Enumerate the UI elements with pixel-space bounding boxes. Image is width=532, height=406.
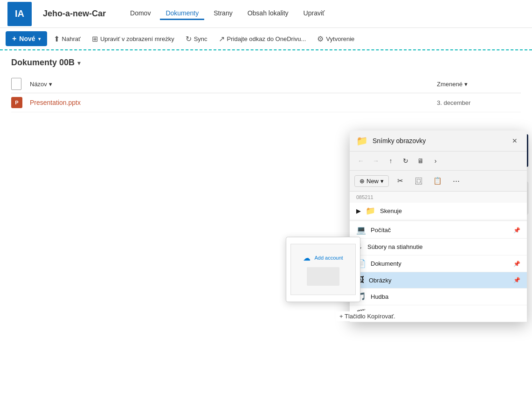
- name-col-header[interactable]: Názov ▾: [30, 81, 437, 88]
- explorer-title: Snímky obrazovky: [373, 137, 504, 145]
- pin-icon: 📌: [513, 227, 520, 234]
- onedrive-icon: ↗: [219, 34, 225, 43]
- explorer-titlebar: 📁 Snímky obrazovky ✕: [350, 131, 527, 151]
- plus-icon: ⊕: [359, 178, 365, 185]
- onedrive-button[interactable]: ↗ Pridajte odkaz do OneDrivu...: [214, 32, 311, 46]
- expand-button[interactable]: ›: [429, 154, 442, 167]
- nav-upravit[interactable]: Upraviť: [298, 7, 331, 20]
- file-list: Názov ▾ Zmenené ▾ P Presentation.pptx 3.…: [11, 75, 521, 112]
- table-row: P Presentation.pptx 3. december: [11, 93, 521, 112]
- monitor-button[interactable]: 🖥: [414, 154, 427, 167]
- modified-sort-icon: ▾: [464, 81, 468, 88]
- sync-button[interactable]: ↻ Sync: [181, 32, 212, 46]
- chevron-right-icon: ▶: [356, 207, 361, 214]
- sync-icon: ↻: [186, 34, 192, 43]
- explorer-body: 085211 ▶ 📁 Skenuje 💻 Počítač 📌 ⬇ Súbory …: [350, 192, 527, 322]
- explorer-new-button[interactable]: ⊕ New ▾: [354, 175, 389, 187]
- more-button[interactable]: ⋯: [449, 173, 463, 188]
- plus-icon: +: [12, 34, 16, 43]
- chevron-down-icon: ▾: [380, 178, 384, 185]
- nav-strany[interactable]: Strany: [208, 7, 238, 20]
- tree-item-hudba[interactable]: 🎵 Hudba: [350, 289, 527, 305]
- nav-links: Domov Dokumenty Strany Obsah lokality Up…: [124, 7, 330, 20]
- icon-col-header: [11, 78, 30, 90]
- upload-icon: ⬆: [54, 34, 60, 43]
- nav-domov[interactable]: Domov: [124, 7, 156, 20]
- modified-col-header[interactable]: Zmenené ▾: [437, 81, 521, 88]
- top-nav: IA Jeho-a-new-Car Domov Dokumenty Strany…: [0, 0, 532, 28]
- tree-item-pocitac[interactable]: 💻 Počítač 📌: [350, 222, 527, 239]
- grid-icon: ⊞: [92, 34, 98, 43]
- edit-grid-label: Upraviť v zobrazení mreżky: [100, 35, 174, 42]
- nav-dokumenty[interactable]: Dokumenty: [160, 7, 204, 20]
- create-label: Vytvorenie: [326, 35, 354, 42]
- upload-label: Nahrať: [62, 35, 81, 42]
- copy-tooltip-text: + Tlačidlo Kopírovať.: [339, 313, 395, 320]
- file-name[interactable]: Presentation.pptx: [30, 99, 437, 106]
- file-icon-cell: P: [11, 97, 30, 108]
- upload-button[interactable]: ⬆ Nahrať: [49, 32, 85, 46]
- chevron-down-icon: ▾: [38, 36, 41, 41]
- tree-item-downloads[interactable]: ⬇ Súbory na stiahnutie: [350, 239, 527, 255]
- toolbar: + Nové ▾ ⬆ Nahrať ⊞ Upraviť v zobrazení …: [0, 28, 532, 50]
- create-icon: ⚙: [317, 34, 324, 43]
- edit-grid-button[interactable]: ⊞ Upraviť v zobrazení mreżky: [87, 32, 179, 46]
- forward-button[interactable]: →: [369, 154, 382, 167]
- pptx-icon: P: [11, 97, 22, 108]
- breadcrumb-dropdown[interactable]: ▾: [77, 59, 81, 67]
- breadcrumb-label: Dokumenty 00B: [11, 58, 75, 68]
- file-modified: 3. december: [437, 99, 521, 106]
- pin-icon: 📌: [513, 277, 520, 283]
- modified-col-label: Zmenené: [437, 81, 463, 88]
- nav-obsah[interactable]: Obsah lokality: [242, 7, 294, 20]
- tree-item-obrazky[interactable]: 🖼 Obrázky 📌: [350, 272, 527, 289]
- explorer-nav-toolbar: ← → ↑ ↻ 🖥 ›: [350, 151, 527, 171]
- doc-header-icon: [11, 78, 21, 90]
- onedrive-label: Pridajte odkaz do OneDrivu...: [227, 35, 306, 42]
- new-label: Nové: [19, 35, 35, 42]
- sort-icon: ▾: [49, 81, 52, 88]
- name-col-label: Názov: [30, 81, 47, 88]
- sync-label: Sync: [194, 35, 207, 42]
- close-button[interactable]: ✕: [509, 135, 520, 146]
- refresh-button[interactable]: ↻: [399, 154, 412, 167]
- add-account-text: Add account: [314, 255, 343, 261]
- content-area: Dokumenty 00B ▾ Názov ▾ Zmenené ▾ P Pres…: [0, 50, 532, 120]
- tree-item-dokumenty[interactable]: 📄 Dokumenty 📌: [350, 255, 527, 272]
- file-list-header: Názov ▾ Zmenené ▾: [11, 75, 521, 93]
- computer-icon: 💻: [356, 225, 366, 235]
- thumbnail-popup: ☁ Add account: [286, 237, 360, 302]
- explorer-action-row: ⊕ New ▾ ✂ ⿴ 📋 ⋯: [350, 171, 527, 192]
- cut-button[interactable]: ✂: [393, 173, 408, 188]
- pin-icon: 📌: [513, 261, 520, 267]
- site-title: Jeho-a-new-Car: [43, 9, 106, 19]
- file-explorer: 📁 Snímky obrazovky ✕ ← → ↑ ↻ 🖥 › ⊕ New ▾…: [350, 131, 527, 322]
- copy-tooltip: + Tlačidlo Kopírovať.: [336, 311, 399, 321]
- create-button[interactable]: ⚙ Vytvorenie: [312, 32, 359, 46]
- folder-icon: 📁: [356, 135, 368, 146]
- new-label: New: [366, 178, 379, 185]
- up-button[interactable]: ↑: [384, 154, 397, 167]
- tree-item-skenuje[interactable]: ▶ 📁 Skenuje: [350, 203, 527, 220]
- logo-initials: IA: [15, 8, 24, 19]
- breadcrumb: Dokumenty 00B ▾: [11, 58, 521, 68]
- logo: IA: [7, 2, 32, 26]
- new-button[interactable]: + Nové ▾: [6, 31, 47, 46]
- back-button[interactable]: ←: [354, 154, 367, 167]
- folder-icon: 📁: [366, 206, 375, 216]
- copy-button[interactable]: ⿴: [411, 173, 426, 188]
- thumbnail-inner: ☁ Add account: [290, 244, 356, 295]
- paste-button[interactable]: 📋: [430, 173, 445, 188]
